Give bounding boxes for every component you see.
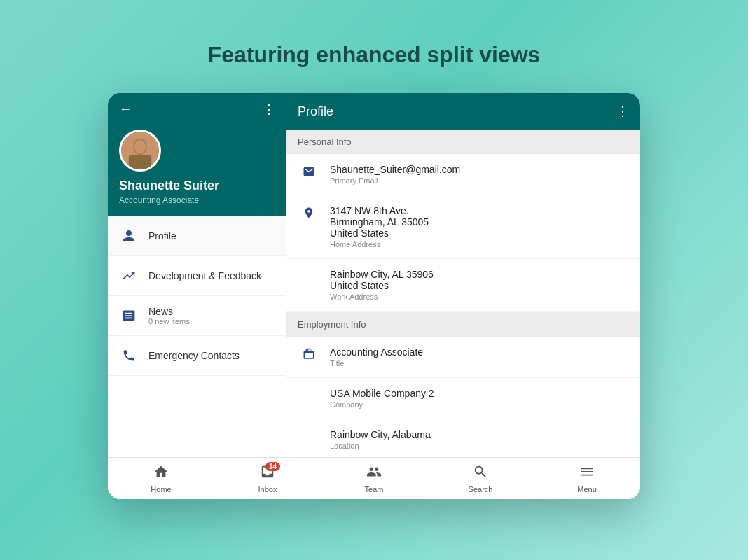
svg-rect-4 <box>129 155 151 169</box>
nav-menu[interactable]: Menu <box>534 458 640 499</box>
nav-menu-label: Menu <box>577 485 597 493</box>
work-address-icon-placeholder <box>298 269 320 270</box>
newspaper-icon <box>119 306 139 326</box>
home-address-content: 3147 NW 8th Ave.Birmingham, AL 35005Unit… <box>330 205 629 248</box>
avatar <box>119 130 161 172</box>
company-value: USA Mobile Company 2 <box>330 388 629 399</box>
work-location-value: Rainbow City, Alabama <box>330 429 629 440</box>
company-content: USA Mobile Company 2 Company <box>330 388 629 409</box>
nav-label-emergency: Emergency Contacts <box>148 350 240 361</box>
main-layout: ← ⋮ Shaunette Suiter Accounting Associat… <box>108 93 640 457</box>
right-panel: Profile ⋮ Personal Info Shaunette_Suiter… <box>286 93 640 457</box>
bottom-nav: Home 14 Inbox Team Search Menu <box>108 457 640 499</box>
home-address-row: 3147 NW 8th Ave.Birmingham, AL 35005Unit… <box>286 195 640 259</box>
person-icon <box>119 226 139 246</box>
menu-icon <box>579 464 595 483</box>
search-icon <box>473 464 488 483</box>
personal-info-card: Shaunette_Suiter@gmail.com Primary Email… <box>286 154 640 311</box>
right-content: Personal Info Shaunette_Suiter@gmail.com… <box>286 130 640 457</box>
work-address-line1: Rainbow City, AL 35906United States <box>330 269 629 291</box>
page-heading: Featuring enhanced split views <box>208 42 541 68</box>
work-location-row: Rainbow City, Alabama Location <box>286 419 640 457</box>
personal-info-header: Personal Info <box>286 130 640 154</box>
job-title-content: Accounting Associate Title <box>330 346 629 368</box>
briefcase-icon <box>298 346 320 360</box>
employment-info-card: Accounting Associate Title USA Mobile Co… <box>286 337 640 457</box>
location-icon <box>298 205 320 219</box>
home-address-label: Home Address <box>330 240 629 248</box>
work-address-content: Rainbow City, AL 35906United States Work… <box>330 269 629 301</box>
back-button[interactable]: ← <box>119 103 132 115</box>
nav-search[interactable]: Search <box>427 458 534 499</box>
work-address-row: Rainbow City, AL 35906United States Work… <box>286 259 640 311</box>
team-icon <box>366 464 382 483</box>
right-more-button[interactable]: ⋮ <box>616 105 629 118</box>
device-frame: ← ⋮ Shaunette Suiter Accounting Associat… <box>108 93 640 499</box>
nav-team-label: Team <box>365 485 384 493</box>
company-row: USA Mobile Company 2 Company <box>286 378 640 419</box>
work-location-label: Location <box>330 442 629 450</box>
company-label: Company <box>330 400 629 409</box>
email-row: Shaunette_Suiter@gmail.com Primary Email <box>286 154 640 195</box>
home-icon <box>153 464 169 483</box>
nav-item-profile[interactable]: Profile <box>108 216 286 256</box>
nav-item-news[interactable]: News 0 new items <box>108 296 286 336</box>
nav-item-development[interactable]: Development & Feedback <box>108 256 286 296</box>
company-icon-placeholder <box>298 388 320 389</box>
nav-label-development: Development & Feedback <box>148 270 261 281</box>
left-panel-header: ← ⋮ <box>108 93 286 122</box>
svg-point-2 <box>134 140 146 154</box>
employment-info-header: Employment Info <box>286 312 640 337</box>
user-name: Shaunette Suiter <box>119 178 219 193</box>
avatar-image <box>121 130 159 172</box>
nav-item-emergency[interactable]: Emergency Contacts <box>108 336 286 376</box>
nav-inbox[interactable]: 14 Inbox <box>214 458 321 499</box>
left-panel: ← ⋮ Shaunette Suiter Accounting Associat… <box>108 93 286 457</box>
profile-section: Shaunette Suiter Accounting Associate <box>108 122 286 216</box>
email-address: Shaunette_Suiter@gmail.com <box>330 164 629 175</box>
job-title-label: Title <box>330 359 629 368</box>
work-address-label: Work Address <box>330 293 629 301</box>
right-panel-header: Profile ⋮ <box>286 93 640 130</box>
right-panel-title: Profile <box>298 104 333 119</box>
work-location-icon-placeholder <box>298 429 320 430</box>
work-location-content: Rainbow City, Alabama Location <box>330 429 629 450</box>
nav-inbox-label: Inbox <box>258 485 277 493</box>
nav-home-label: Home <box>151 485 171 493</box>
job-title-row: Accounting Associate Title <box>286 337 640 378</box>
nav-team[interactable]: Team <box>321 458 427 499</box>
nav-list: Profile Development & Feedback News <box>108 216 286 457</box>
nav-home[interactable]: Home <box>108 458 214 499</box>
inbox-badge: 14 <box>265 462 280 471</box>
home-address-line1: 3147 NW 8th Ave.Birmingham, AL 35005Unit… <box>330 205 629 239</box>
nav-search-label: Search <box>469 485 493 493</box>
nav-label-news: News 0 new items <box>148 306 190 326</box>
trending-up-icon <box>119 266 139 286</box>
more-options-button[interactable]: ⋮ <box>263 103 275 115</box>
nav-label-profile: Profile <box>148 230 176 241</box>
job-title-value: Accounting Associate <box>330 346 629 358</box>
email-icon <box>298 164 320 178</box>
email-content: Shaunette_Suiter@gmail.com Primary Email <box>330 164 629 185</box>
email-label: Primary Email <box>330 176 629 185</box>
user-title: Accounting Associate <box>119 195 199 205</box>
phone-icon <box>119 346 139 365</box>
